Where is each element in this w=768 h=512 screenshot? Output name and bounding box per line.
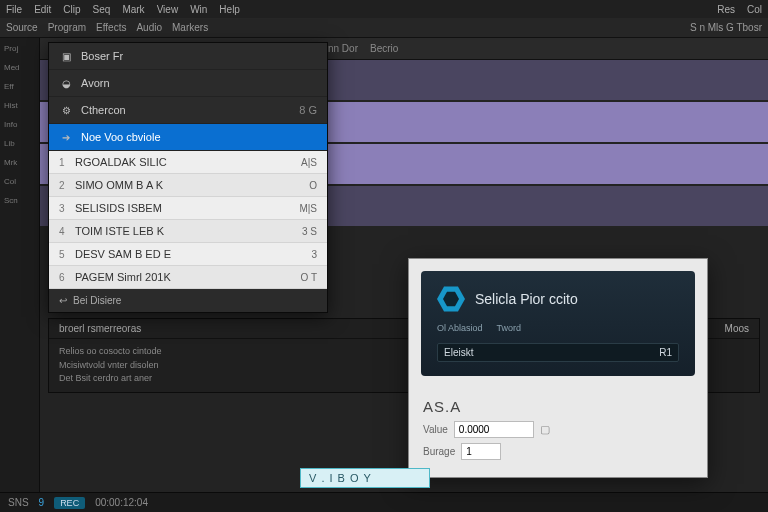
row-code: A|S	[301, 157, 317, 168]
dropdown-item-boser[interactable]: ▣ Boser Fr	[49, 43, 327, 70]
row-label: DESV SAM B ED E	[75, 248, 311, 260]
dropdown-item-avorn[interactable]: ◒ Avorn	[49, 70, 327, 97]
main-menu[interactable]: File Edit Clip Seq Mark View Win Help Re…	[0, 0, 768, 18]
rail-scene[interactable]: Scn	[4, 196, 18, 205]
dropdown-item-cthercon[interactable]: ⚙ Cthercon 8 G	[49, 97, 327, 124]
row-code: 3 S	[302, 226, 317, 237]
menu-win[interactable]: Win	[190, 4, 207, 15]
menu-help[interactable]: Help	[219, 4, 240, 15]
context-dropdown: ▣ Boser Fr ◒ Avorn ⚙ Cthercon 8 G ➔ Noe …	[48, 42, 328, 313]
unit-label: Burage	[423, 446, 455, 457]
dialog-meta-2: Tword	[497, 323, 522, 333]
timeline-tab-2[interactable]: Becrio	[370, 43, 398, 54]
stepper-icon[interactable]: ▢	[540, 423, 550, 436]
row-code: O	[309, 180, 317, 191]
dropdown-shortcut: 8 G	[299, 104, 317, 116]
menu-mark[interactable]: Mark	[122, 4, 144, 15]
hex-logo-icon	[437, 285, 465, 313]
menu-clip[interactable]: Clip	[63, 4, 80, 15]
console-menu[interactable]: Moos	[725, 323, 749, 334]
status-left: SNS	[8, 497, 29, 508]
gear-icon: ⚙	[59, 103, 73, 117]
tool-effects[interactable]: Effects	[96, 22, 126, 33]
row-code: O T	[301, 272, 317, 283]
rail-info[interactable]: Info	[4, 120, 17, 129]
status-number: 9	[39, 497, 45, 508]
row-index: 5	[59, 249, 75, 260]
tool-markers[interactable]: Markers	[172, 22, 208, 33]
list-item[interactable]: 5DESV SAM B ED E3	[49, 243, 327, 266]
menu-res[interactable]: Res	[717, 4, 735, 15]
tool-program[interactable]: Program	[48, 22, 86, 33]
dropdown-label: Avorn	[81, 77, 110, 89]
user-icon: ◒	[59, 76, 73, 90]
dropdown-label: Cthercon	[81, 104, 291, 116]
row-index: 4	[59, 226, 75, 237]
workspace-toolbar: Source Program Effects Audio Markers S n…	[0, 18, 768, 38]
dropdown-item-new[interactable]: ➔ Noe Voo cbviole	[49, 124, 327, 151]
row-code: M|S	[299, 203, 317, 214]
row-label: TOIM ISTE LEB K	[75, 225, 302, 237]
rail-history[interactable]: Hist	[4, 101, 18, 110]
folder-icon: ▣	[59, 49, 73, 63]
dropdown-label: Noe Voo cbviole	[81, 131, 161, 143]
dialog-title: Selicla Pior ccito	[475, 291, 578, 307]
rail-library[interactable]: Lib	[4, 139, 15, 148]
dropdown-label: Boser Fr	[81, 50, 123, 62]
status-timecode: 00:00:12:04	[95, 497, 148, 508]
menu-col[interactable]: Col	[747, 4, 762, 15]
menu-view[interactable]: View	[157, 4, 179, 15]
dialog-meta-1: Ol Ablasiod	[437, 323, 483, 333]
row-index: 1	[59, 157, 75, 168]
dropdown-preset-list: 1RGOALDAK SILICA|S 2SIMO OMM B A KO 3SEL…	[49, 151, 327, 289]
row-code: 3	[311, 249, 317, 260]
row-index: 6	[59, 272, 75, 283]
plus-icon: ➔	[59, 130, 73, 144]
dialog-field[interactable]: Eleiskt R1	[437, 343, 679, 362]
field-value: R1	[659, 347, 672, 358]
list-item[interactable]: 6PAGEM Simrl 201KO T	[49, 266, 327, 289]
timecode-input[interactable]	[300, 468, 430, 488]
toolbar-right-text: S n Mls G Tbosr	[690, 22, 762, 33]
left-rail: Proj Med Eff Hist Info Lib Mrk Col Scn	[0, 38, 40, 512]
row-label: SELISIDS ISBEM	[75, 202, 299, 214]
row-index: 3	[59, 203, 75, 214]
rail-color[interactable]: Col	[4, 177, 16, 186]
plugin-dialog: Selicla Pior ccito Ol Ablasiod Tword Ele…	[408, 258, 708, 478]
list-item[interactable]: 1RGOALDAK SILICA|S	[49, 151, 327, 174]
dialog-header-card: Selicla Pior ccito Ol Ablasiod Tword Ele…	[421, 271, 695, 376]
tool-audio[interactable]: Audio	[136, 22, 162, 33]
rail-project[interactable]: Proj	[4, 44, 18, 53]
dropdown-footer-label: Bei Disiere	[73, 295, 121, 306]
row-index: 2	[59, 180, 75, 191]
rail-media[interactable]: Med	[4, 63, 20, 72]
status-chip[interactable]: REC	[54, 497, 85, 509]
rail-effects[interactable]: Eff	[4, 82, 14, 91]
list-item[interactable]: 3SELISIDS ISBEMM|S	[49, 197, 327, 220]
dropdown-footer[interactable]: ↩ Bei Disiere	[49, 289, 327, 312]
tool-source[interactable]: Source	[6, 22, 38, 33]
console-title: broerl rsmerreoras	[59, 323, 141, 334]
status-bar: SNS 9 REC 00:00:12:04	[0, 492, 768, 512]
timecode-entry[interactable]	[300, 468, 430, 488]
value-label: Value	[423, 424, 448, 435]
row-label: PAGEM Simrl 201K	[75, 271, 301, 283]
row-label: SIMO OMM B A K	[75, 179, 309, 191]
dialog-readout: AS.A	[423, 398, 693, 415]
menu-edit[interactable]: Edit	[34, 4, 51, 15]
unit-input[interactable]	[461, 443, 501, 460]
list-item[interactable]: 4TOIM ISTE LEB K3 S	[49, 220, 327, 243]
list-item[interactable]: 2SIMO OMM B A KO	[49, 174, 327, 197]
field-label: Eleiskt	[444, 347, 473, 358]
row-label: RGOALDAK SILIC	[75, 156, 301, 168]
menu-seq[interactable]: Seq	[93, 4, 111, 15]
menu-file[interactable]: File	[6, 4, 22, 15]
back-icon: ↩	[59, 295, 67, 306]
rail-markers[interactable]: Mrk	[4, 158, 17, 167]
value-input[interactable]	[454, 421, 534, 438]
